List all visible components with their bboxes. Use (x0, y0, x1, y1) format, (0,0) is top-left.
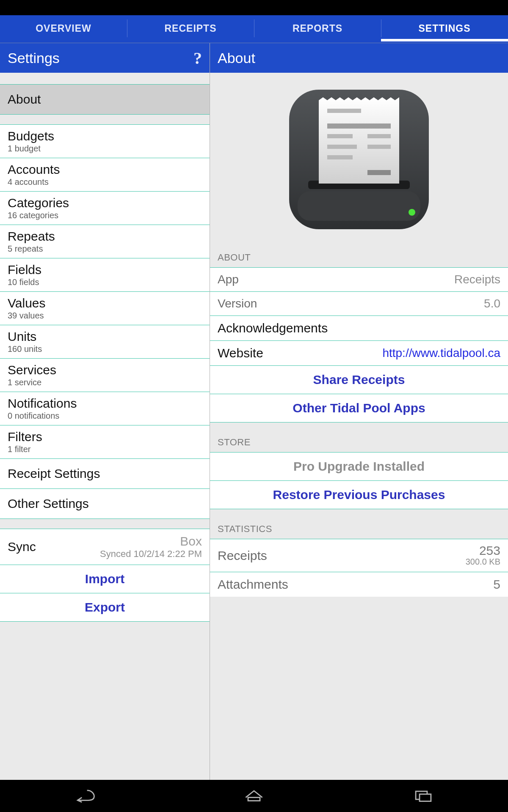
stat-count: 253 (466, 544, 500, 557)
list-item-title: Units (8, 329, 202, 344)
stat-size: 300.0 KB (466, 557, 500, 567)
svg-rect-15 (248, 798, 260, 801)
about-scroll[interactable]: ABOUT App Receipts Version 5.0 Acknowled… (210, 73, 508, 780)
settings-item-categories[interactable]: Categories 16 categories (0, 192, 210, 225)
tab-reports[interactable]: REPORTS (254, 15, 381, 41)
svg-rect-17 (420, 794, 431, 801)
website-link[interactable]: http://www.tidalpool.ca (382, 346, 500, 360)
app-icon-wrap (210, 73, 508, 238)
section-statistics-label: STATISTICS (210, 509, 508, 539)
settings-item-units[interactable]: Units 160 units (0, 325, 210, 359)
row-key: Receipts (218, 549, 267, 563)
stat-count: 5 (493, 578, 500, 591)
list-item-title: Fields (8, 263, 202, 277)
other-apps-button[interactable]: Other Tidal Pool Apps (210, 394, 508, 422)
split-panes: Settings ? About Budgets 1 budget Accoun… (0, 43, 508, 780)
sync-status: Synced 10/2/14 2:22 PM (100, 549, 202, 560)
stat-attachments-row: Attachments 5 (210, 572, 508, 597)
list-item-sub: 39 values (8, 311, 202, 321)
list-item-title: Notifications (8, 396, 202, 411)
list-item-sub: 1 service (8, 378, 202, 387)
list-item-title: Repeats (8, 229, 202, 244)
section-gap (0, 115, 210, 125)
settings-item-fields[interactable]: Fields 10 fields (0, 258, 210, 292)
row-value: Receipts (454, 273, 500, 286)
row-key: Website (218, 346, 263, 360)
section-about-label: ABOUT (210, 238, 508, 268)
about-version-row: Version 5.0 (210, 292, 508, 316)
list-item-sub: 5 repeats (8, 244, 202, 254)
status-bar (0, 0, 508, 15)
settings-item-sync[interactable]: Sync Box Synced 10/2/14 2:22 PM (0, 529, 210, 565)
settings-item-services[interactable]: Services 1 service (0, 359, 210, 392)
about-pane: About (210, 43, 508, 780)
settings-item-about[interactable]: About (0, 85, 210, 115)
svg-rect-11 (327, 145, 357, 149)
acknowledgements-row[interactable]: Acknowledgements (210, 316, 508, 341)
settings-item-receipt-settings[interactable]: Receipt Settings (0, 459, 210, 489)
svg-rect-10 (367, 134, 391, 138)
home-icon[interactable] (242, 786, 266, 806)
list-item-title: Categories (8, 196, 202, 210)
tab-label: OVERVIEW (36, 23, 91, 34)
svg-rect-14 (367, 170, 391, 175)
sync-service: Box (100, 534, 202, 549)
tab-label: REPORTS (293, 23, 342, 34)
app-container: OVERVIEW RECEIPTS REPORTS SETTINGS Setti… (0, 15, 508, 780)
list-item-title: Values (8, 296, 202, 310)
row-value: 5.0 (484, 297, 500, 310)
list-item-sub: 1 budget (8, 144, 202, 154)
about-header: About (210, 43, 508, 73)
tab-bar: OVERVIEW RECEIPTS REPORTS SETTINGS (0, 15, 508, 41)
settings-item-accounts[interactable]: Accounts 4 accounts (0, 158, 210, 192)
row-key: Acknowledgements (218, 321, 328, 335)
help-icon[interactable]: ? (193, 48, 202, 68)
row-key: Attachments (218, 577, 288, 592)
android-nav-bar (0, 780, 508, 812)
import-button[interactable]: Import (0, 565, 210, 593)
list-item-sub: 160 units (8, 344, 202, 354)
sync-label: Sync (8, 540, 36, 554)
export-button[interactable]: Export (0, 593, 210, 622)
page-title: About (218, 50, 255, 66)
tab-overview[interactable]: OVERVIEW (0, 15, 127, 41)
website-row[interactable]: Website http://www.tidalpool.ca (210, 341, 508, 366)
tab-receipts[interactable]: RECEIPTS (127, 15, 254, 41)
about-app-row: App Receipts (210, 268, 508, 292)
row-key: Version (218, 297, 257, 310)
recents-icon[interactable] (411, 786, 435, 806)
page-title: Settings (8, 50, 60, 66)
list-item-sub: 4 accounts (8, 177, 202, 187)
settings-item-notifications[interactable]: Notifications 0 notifications (0, 392, 210, 425)
stat-receipts-row: Receipts 253 300.0 KB (210, 539, 508, 572)
list-item-sub: 10 fields (8, 277, 202, 287)
settings-header: Settings ? (0, 43, 210, 73)
share-receipts-button[interactable]: Share Receipts (210, 366, 508, 394)
section-gap (0, 73, 210, 85)
settings-scroll[interactable]: About Budgets 1 budget Accounts 4 accoun… (0, 73, 210, 780)
list-item-title: Services (8, 363, 202, 377)
list-item-sub: 0 notifications (8, 411, 202, 421)
list-item-title: Receipt Settings (8, 466, 202, 481)
settings-item-filters[interactable]: Filters 1 filter (0, 425, 210, 459)
svg-rect-13 (327, 155, 353, 159)
svg-rect-1 (298, 191, 420, 221)
list-item-title: Filters (8, 430, 202, 444)
back-icon[interactable] (73, 786, 97, 806)
settings-item-other-settings[interactable]: Other Settings (0, 489, 210, 519)
settings-item-repeats[interactable]: Repeats 5 repeats (0, 225, 210, 258)
section-gap (0, 519, 210, 529)
tab-settings[interactable]: SETTINGS (381, 15, 508, 41)
app-icon (285, 85, 433, 233)
svg-rect-8 (327, 123, 391, 129)
settings-item-budgets[interactable]: Budgets 1 budget (0, 125, 210, 158)
row-key: App (218, 273, 239, 286)
section-store-label: STORE (210, 422, 508, 453)
svg-rect-7 (327, 109, 361, 113)
settings-item-values[interactable]: Values 39 values (0, 292, 210, 325)
tab-label: SETTINGS (418, 23, 470, 34)
settings-list-pane: Settings ? About Budgets 1 budget Accoun… (0, 43, 210, 780)
list-item-title: Accounts (8, 162, 202, 177)
list-item-title: About (8, 92, 202, 107)
restore-purchases-button[interactable]: Restore Previous Purchases (210, 481, 508, 509)
